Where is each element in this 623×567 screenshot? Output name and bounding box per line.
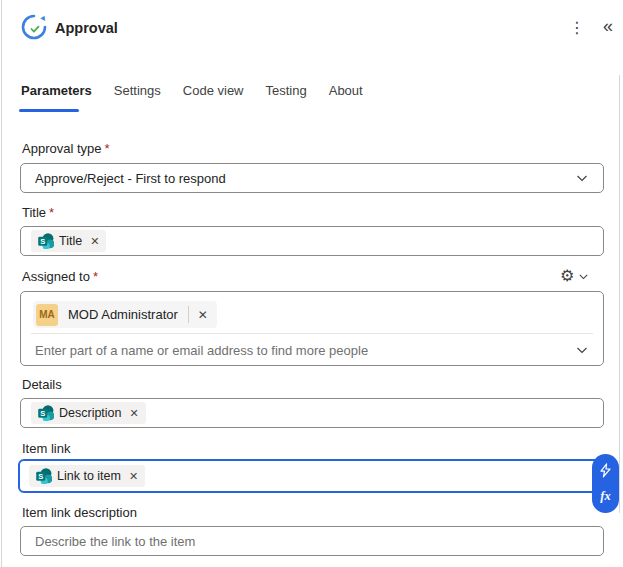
approval-type-label: Approval type*	[22, 141, 110, 156]
approval-config-panel: Approval ⋮ « Parameters Settings Code vi…	[0, 0, 623, 567]
assigned-to-label: Assigned to*	[22, 269, 98, 284]
item-link-label: Item link	[22, 441, 70, 456]
chevron-down-icon	[575, 171, 589, 185]
approval-type-dropdown[interactable]: Approve/Reject - First to respond	[20, 163, 604, 193]
panel-right-border	[619, 75, 620, 513]
gear-icon: ⚙	[560, 267, 574, 285]
tab-bar: Parameters Settings Code view Testing Ab…	[21, 83, 363, 104]
item-link-input[interactable]: S Link to item ✕	[18, 459, 606, 493]
tab-testing[interactable]: Testing	[266, 83, 307, 104]
panel-left-border	[1, 0, 2, 567]
expression-button[interactable]: fx	[596, 487, 616, 507]
details-label: Details	[22, 377, 62, 392]
dynamic-content-token-link-to-item[interactable]: S Link to item ✕	[29, 465, 145, 487]
title-input[interactable]: S Title ✕	[20, 226, 604, 256]
sharepoint-icon: S	[38, 405, 54, 421]
svg-text:S: S	[40, 237, 45, 246]
remove-person-icon[interactable]: ✕	[189, 308, 217, 322]
person-name: MOD Administrator	[68, 307, 178, 322]
action-title: Approval	[55, 20, 118, 36]
svg-text:S: S	[40, 409, 45, 418]
assigned-to-people-picker[interactable]: MA MOD Administrator ✕	[20, 291, 604, 366]
token-label: Link to item	[57, 469, 121, 483]
collapse-panel-icon[interactable]: «	[596, 14, 620, 38]
token-label: Title	[59, 234, 82, 248]
avatar: MA	[36, 304, 58, 326]
more-actions-button[interactable]: ⋮	[566, 16, 588, 40]
assigned-to-settings-button[interactable]: ⚙	[560, 267, 589, 285]
item-link-description-field[interactable]	[20, 526, 604, 556]
details-input[interactable]: S Description ✕	[20, 398, 604, 428]
dynamic-content-token-description[interactable]: S Description ✕	[31, 402, 146, 424]
active-tab-indicator	[19, 109, 79, 112]
tab-about[interactable]: About	[329, 83, 363, 104]
required-asterisk: *	[105, 141, 110, 156]
sharepoint-icon: S	[36, 468, 52, 484]
remove-token-icon[interactable]: ✕	[90, 236, 99, 247]
people-search-input[interactable]	[35, 343, 575, 358]
sharepoint-icon: S	[38, 233, 54, 249]
chevron-down-icon[interactable]	[575, 343, 589, 357]
required-asterisk: *	[49, 205, 54, 220]
fx-icon: fx	[600, 489, 610, 504]
chevron-down-icon	[578, 271, 589, 282]
approval-type-value: Approve/Reject - First to respond	[35, 171, 575, 186]
item-link-description-input[interactable]	[35, 534, 603, 549]
tab-code-view[interactable]: Code view	[183, 83, 244, 104]
person-pill[interactable]: MA MOD Administrator ✕	[33, 301, 217, 328]
tab-settings[interactable]: Settings	[114, 83, 161, 104]
lightning-bolt-icon	[599, 463, 612, 478]
remove-token-icon[interactable]: ✕	[130, 408, 139, 419]
title-label: Title*	[22, 205, 54, 220]
approvals-connector-icon	[20, 13, 48, 41]
required-asterisk: *	[93, 269, 98, 284]
dynamic-content-token-title[interactable]: S Title ✕	[31, 230, 106, 252]
dynamic-content-button[interactable]	[596, 460, 616, 480]
item-link-description-label: Item link description	[22, 505, 137, 520]
people-search-row	[21, 334, 603, 366]
token-picker-actions: fx	[592, 454, 619, 513]
token-label: Description	[59, 406, 122, 420]
remove-token-icon[interactable]: ✕	[129, 471, 138, 482]
svg-text:S: S	[38, 472, 43, 481]
tab-parameters[interactable]: Parameters	[21, 83, 92, 104]
